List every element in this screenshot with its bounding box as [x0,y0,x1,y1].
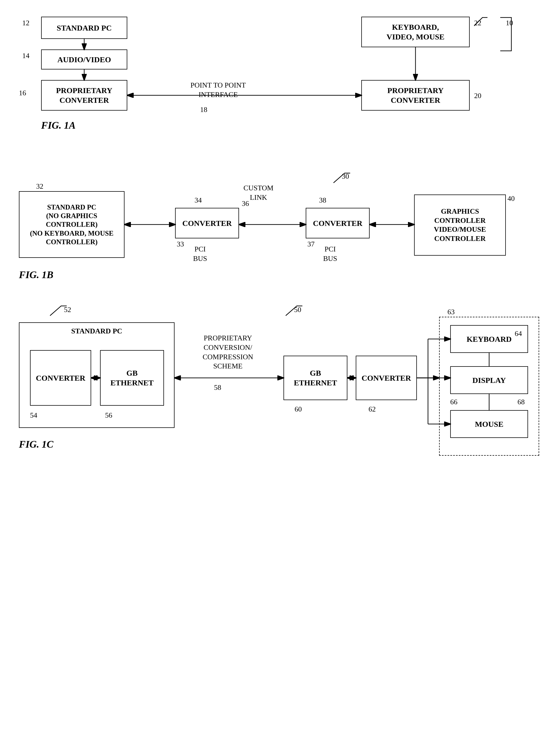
ref-37: 37 [307,240,315,249]
box-converter-inner: CONVERTER [30,350,91,406]
ref-66: 66 [450,398,458,406]
box-converter-right-1b: CONVERTER [306,208,370,239]
ref-62: 62 [368,405,376,413]
box-converter-left-1b: CONVERTER [175,208,239,239]
ref-54: 54 [30,411,37,420]
ref-12: 12 [22,19,29,27]
box-prop-conv-right: PROPRIETARYCONVERTER [361,80,470,110]
box-graphics-ctrl: GRAPHICSCONTROLLERVIDEO/MOUSECONTROLLER [414,195,506,256]
label-pci-bus-right: PCIBUS [313,245,347,264]
ref-20: 20 [474,92,481,100]
bracket-10 [495,16,517,52]
box-converter-mid: CONVERTER [356,356,417,400]
box-keyboard-video-mouse: KEYBOARD,VIDEO, MOUSE [361,17,470,47]
ref-14: 14 [22,52,29,60]
fig-1b-label: FIG. 1B [19,269,53,281]
box-standard-pc-1a: STANDARD PC [41,17,127,39]
box-audio-video: AUDIO/VIDEO [41,49,127,69]
ref-68: 68 [518,398,525,406]
box-keyboard: KEYBOARD [450,325,528,353]
label-custom-link: CUSTOMLINK [231,183,286,202]
box-prop-conv-left: PROPRIETARYCONVERTER [41,80,127,110]
label-pci-bus-left: PCIBUS [184,245,217,264]
box-gb-ethernet-inner: GBETHERNET [100,350,164,406]
fig-1a-label: FIG. 1A [41,119,76,131]
bracket-30 [331,172,353,186]
bracket-22 [471,16,488,27]
ref-58: 58 [214,383,221,392]
label-proprietary: PROPRIETARYCONVERSION/COMPRESSIONSCHEME [189,333,267,371]
box-display: DISPLAY [450,366,528,394]
ref-34: 34 [195,196,202,205]
ref-33: 33 [177,240,184,249]
box-gb-ethernet-mid: GBETHERNET [283,356,347,400]
ref-32: 32 [36,182,43,191]
ref-56: 56 [105,411,112,420]
ref-64: 64 [515,330,522,338]
ref-18: 18 [200,105,207,114]
box-mouse: MOUSE [450,410,528,438]
ref-38: 38 [319,196,326,205]
label-point-to-point: POINT TO POINTINTERFACE [181,81,256,99]
ref-16: 16 [19,89,26,97]
bracket-50 [283,305,305,318]
ref-40: 40 [508,195,515,203]
box-standard-pc-1b: STANDARD PC(NO GRAPHICS CONTROLLER)(NO K… [19,191,124,258]
ref-36: 36 [242,200,249,208]
ref-60: 60 [295,405,302,413]
fig-1c-label: FIG. 1C [19,438,53,450]
bracket-52 [47,305,69,318]
diagram-container: 10 STANDARD PC 12 AUDIO/VIDEO 14 PROPRIE… [0,0,560,738]
ref-63: 63 [448,308,455,316]
